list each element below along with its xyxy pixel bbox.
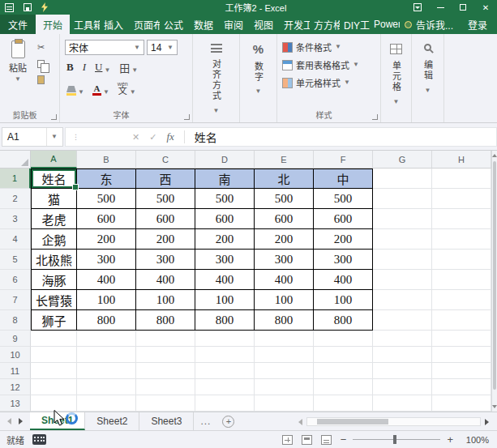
cell-H7[interactable] bbox=[432, 290, 491, 310]
cell-A5[interactable]: 北极熊 bbox=[31, 250, 77, 270]
cell-C9[interactable] bbox=[136, 331, 195, 347]
cell-G9[interactable] bbox=[373, 331, 432, 347]
row-header-8[interactable]: 8 bbox=[0, 310, 31, 331]
cell-E4[interactable]: 200 bbox=[255, 229, 314, 250]
sign-in-button[interactable]: 登录 bbox=[458, 15, 497, 34]
cell-C11[interactable] bbox=[136, 363, 195, 379]
alignment-group-button[interactable]: 对齐方式 ▼ bbox=[193, 34, 240, 122]
save-icon[interactable] bbox=[24, 3, 32, 11]
borders-button[interactable]: 田 ▼ bbox=[119, 63, 138, 74]
cell-C4[interactable]: 200 bbox=[136, 229, 195, 250]
cell-A7[interactable]: 长臂猿 bbox=[31, 290, 77, 310]
ribbon-tab-diy-toolbox[interactable]: DIY工具箱 bbox=[340, 15, 370, 34]
copy-icon[interactable] bbox=[37, 60, 45, 68]
font-color-button[interactable]: A ▼ bbox=[92, 84, 109, 96]
row-header-12[interactable]: 12 bbox=[0, 379, 31, 395]
sheet-tabs-overflow[interactable]: ... bbox=[194, 412, 217, 430]
sheet-nav-right-icon[interactable] bbox=[19, 418, 23, 425]
cell-F7[interactable]: 100 bbox=[314, 290, 373, 310]
cell-C6[interactable]: 400 bbox=[136, 270, 195, 290]
cell-D5[interactable]: 300 bbox=[195, 250, 255, 270]
scroll-up-icon[interactable] bbox=[492, 151, 497, 160]
cell-H8[interactable] bbox=[432, 310, 491, 331]
cell-H3[interactable] bbox=[432, 209, 491, 229]
cell-G1[interactable] bbox=[373, 169, 432, 189]
italic-button[interactable]: I bbox=[83, 61, 86, 74]
vertical-scroll-thumb[interactable] bbox=[493, 161, 496, 390]
number-group-button[interactable]: % 数字 ▼ bbox=[240, 34, 277, 122]
cell-B3[interactable]: 600 bbox=[77, 209, 136, 229]
cell-E7[interactable]: 100 bbox=[255, 290, 314, 310]
cell-H12[interactable] bbox=[432, 379, 491, 395]
ribbon-tab-review[interactable]: 审阅 bbox=[220, 15, 250, 34]
underline-button[interactable]: U ▼ bbox=[95, 61, 110, 74]
cell-B10[interactable] bbox=[77, 347, 136, 363]
page-break-view-icon[interactable] bbox=[321, 435, 332, 445]
cell-F11[interactable] bbox=[314, 363, 373, 379]
ribbon-tab-view[interactable]: 视图 bbox=[250, 15, 280, 34]
tab-file[interactable]: 文件 bbox=[0, 15, 36, 34]
enter-icon[interactable]: ✓ bbox=[149, 132, 156, 143]
cell-D1[interactable]: 南 bbox=[195, 169, 255, 189]
cell-F6[interactable]: 400 bbox=[314, 270, 373, 290]
cell-D2[interactable]: 500 bbox=[195, 189, 255, 209]
sheet-tab-sheet2[interactable]: Sheet2 bbox=[85, 412, 139, 430]
row-header-9[interactable]: 9 bbox=[0, 331, 31, 347]
column-header-F[interactable]: F bbox=[314, 151, 373, 169]
cell-D8[interactable]: 800 bbox=[195, 310, 255, 331]
cell-B4[interactable]: 200 bbox=[77, 229, 136, 250]
cell-E1[interactable]: 北 bbox=[255, 169, 314, 189]
cell-G10[interactable] bbox=[373, 347, 432, 363]
cell-F10[interactable] bbox=[314, 347, 373, 363]
ribbon-tab-formulas[interactable]: 公式 bbox=[160, 15, 190, 34]
cell-D6[interactable]: 400 bbox=[195, 270, 255, 290]
column-header-C[interactable]: C bbox=[136, 151, 195, 169]
cell-B5[interactable]: 300 bbox=[77, 250, 136, 270]
restore-button[interactable] bbox=[452, 0, 474, 15]
cell-E13[interactable] bbox=[255, 395, 314, 412]
cell-E9[interactable] bbox=[255, 331, 314, 347]
tell-me-box[interactable]: 告诉我... bbox=[400, 15, 458, 34]
cell-H6[interactable] bbox=[432, 270, 491, 290]
insert-function-button[interactable]: fx bbox=[166, 130, 174, 143]
cell-A6[interactable]: 海豚 bbox=[31, 270, 77, 290]
cell-A1[interactable]: 姓名 bbox=[31, 169, 77, 189]
conditional-formatting-button[interactable]: 条件格式 ▼ bbox=[282, 41, 377, 53]
format-as-table-button[interactable]: 套用表格格式 ▼ bbox=[282, 58, 377, 71]
cell-A12[interactable] bbox=[31, 379, 77, 395]
cell-F1[interactable]: 中 bbox=[314, 169, 373, 189]
cell-E11[interactable] bbox=[255, 363, 314, 379]
row-header-5[interactable]: 5 bbox=[0, 250, 31, 270]
cell-G12[interactable] bbox=[373, 379, 432, 395]
cut-icon[interactable]: ✂ bbox=[37, 42, 45, 53]
ribbon-tab-developer[interactable]: 开发工具 bbox=[280, 15, 310, 34]
cell-F4[interactable]: 200 bbox=[314, 229, 373, 250]
page-layout-view-icon[interactable] bbox=[302, 435, 312, 445]
scroll-down-icon[interactable] bbox=[492, 402, 497, 412]
formula-input[interactable]: 姓名 bbox=[195, 129, 217, 145]
zoom-out-button[interactable]: − bbox=[341, 434, 347, 445]
cell-A2[interactable]: 猫 bbox=[31, 189, 77, 209]
column-header-H[interactable]: H bbox=[432, 151, 491, 169]
cell-H11[interactable] bbox=[432, 363, 491, 379]
cancel-icon[interactable]: ✕ bbox=[132, 132, 139, 143]
column-header-B[interactable]: B bbox=[77, 151, 136, 169]
cell-E5[interactable]: 300 bbox=[255, 250, 314, 270]
cell-A9[interactable] bbox=[31, 331, 77, 347]
cell-B13[interactable] bbox=[77, 395, 136, 412]
cell-D11[interactable] bbox=[195, 363, 255, 379]
cell-B12[interactable] bbox=[77, 379, 136, 395]
row-header-4[interactable]: 4 bbox=[0, 229, 31, 250]
zoom-slider[interactable] bbox=[353, 439, 440, 440]
cell-C1[interactable]: 西 bbox=[136, 169, 195, 189]
name-box-dropdown[interactable]: ▼ bbox=[46, 128, 58, 146]
cell-H10[interactable] bbox=[432, 347, 491, 363]
ribbon-tab-page-layout[interactable]: 页面布局 bbox=[130, 15, 160, 34]
ribbon-tab-ffcell[interactable]: 方方格子 bbox=[310, 15, 340, 34]
format-painter-icon[interactable] bbox=[37, 75, 45, 84]
ribbon-tab-toolbox[interactable]: 工具箱 bbox=[70, 15, 100, 34]
close-button[interactable]: ✕ bbox=[474, 0, 497, 15]
phonetic-guide-button[interactable]: wén 文 ▼ bbox=[118, 81, 136, 96]
cell-F12[interactable] bbox=[314, 379, 373, 395]
name-box[interactable]: A1 ▼ bbox=[2, 127, 63, 147]
